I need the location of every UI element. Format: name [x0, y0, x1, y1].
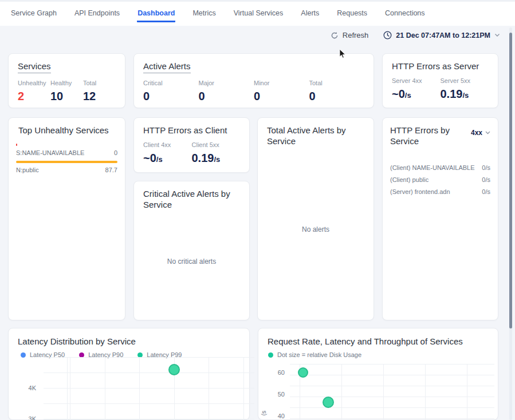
bar-item-label: N:public	[16, 167, 39, 173]
error-type-select[interactable]: 4xx	[471, 129, 490, 137]
stat-client-4xx: Client 4xx ~0/s	[143, 141, 192, 165]
active-alerts-card: Active Alerts Critical 0 Major 0 Minor 0…	[133, 53, 374, 108]
unhealthy-bar-item[interactable]: N:public 87.7	[16, 161, 117, 173]
dashboard-page: Service Graph API Endpoints Dashboard Me…	[0, 0, 515, 420]
tab-metrics[interactable]: Metrics	[192, 6, 216, 22]
mouse-cursor	[339, 49, 346, 61]
latency-dot-layer	[9, 328, 249, 419]
chevron-down-icon	[494, 33, 500, 37]
tab-service-graph[interactable]: Service Graph	[10, 6, 57, 22]
scatter-point[interactable]	[323, 397, 334, 408]
total-alerts-empty-message: No alerts	[267, 147, 364, 313]
unhealthy-count: 2	[18, 90, 50, 103]
http-errors-server-card: HTTP Errors as Server Server 4xx ~0/s Se…	[382, 53, 498, 108]
minor-count: 0	[254, 90, 309, 103]
stat-critical: Critical 0	[143, 80, 199, 103]
tab-requests[interactable]: Requests	[336, 6, 368, 22]
bar-item-label: S:NAME-UNAVAILABLE	[16, 149, 84, 156]
total-alerts-card: Total Active Alerts by Service No alerts	[257, 117, 374, 320]
http-errors-client-title: HTTP Errors as Client	[143, 125, 240, 135]
active-alerts-card-title: Active Alerts	[143, 61, 191, 73]
stat-client-5xx: Client 5xx 0.19/s	[192, 141, 241, 165]
bar-item-value: 87.7	[105, 167, 117, 173]
server-5xx-rate: 0.19/s	[441, 88, 489, 101]
service-error-row[interactable]: (Client) NAME-UNAVAILABLE 0/s	[390, 162, 490, 174]
chevron-down-icon	[485, 131, 490, 134]
stat-total-services: Total 12	[83, 80, 116, 103]
total-alerts-title: Total Active Alerts by Service	[267, 125, 364, 147]
scatter-point[interactable]	[168, 364, 180, 375]
toolbar: Refresh 21 Dec 07:47AM to 12:21PM	[331, 31, 500, 39]
tab-dashboard[interactable]: Dashboard	[137, 6, 175, 22]
stat-minor: Minor 0	[254, 80, 309, 103]
stat-total-alerts: Total 0	[309, 80, 365, 103]
service-error-row[interactable]: (Server) frontend.adn 0/s	[390, 186, 490, 198]
server-4xx-rate: ~0/s	[392, 88, 441, 101]
services-card: Services Unhealthy 2 Healthy 10 Total 12	[8, 53, 125, 108]
tab-virtual-services[interactable]: Virtual Services	[233, 6, 284, 22]
total-services-count: 12	[83, 90, 116, 103]
critical-alerts-empty-message: No critical alerts	[143, 211, 240, 313]
refresh-label: Refresh	[343, 31, 369, 39]
unhealthy-bar-item[interactable]: S:NAME-UNAVAILABLE 0	[16, 144, 117, 156]
time-range-label: 21 Dec 07:47AM to 12:21PM	[396, 31, 490, 39]
error-type-value: 4xx	[471, 129, 482, 137]
http-errors-by-service-title: HTTP Errors by Service	[390, 125, 459, 147]
http-errors-service-list: (Client) NAME-UNAVAILABLE 0/s (Client) p…	[390, 162, 490, 198]
refresh-icon	[331, 31, 339, 39]
tab-alerts[interactable]: Alerts	[300, 6, 320, 22]
top-unhealthy-title: Top Unhealthy Services	[16, 125, 117, 135]
services-card-title: Services	[18, 61, 51, 73]
http-errors-by-service-card: HTTP Errors by Service 4xx (Client) NAME…	[382, 117, 498, 320]
services-stats: Unhealthy 2 Healthy 10 Total 12	[18, 80, 116, 103]
http-errors-client-stats: Client 4xx ~0/s Client 5xx 0.19/s	[143, 141, 240, 165]
service-health-bar	[16, 144, 17, 146]
service-health-bar	[16, 161, 117, 163]
clock-icon	[383, 31, 392, 39]
stat-unhealthy: Unhealthy 2	[18, 80, 50, 103]
tab-api-endpoints[interactable]: API Endpoints	[74, 6, 120, 22]
top-unhealthy-services-card: Top Unhealthy Services S:NAME-UNAVAILABL…	[8, 117, 125, 320]
stat-major: Major 0	[199, 80, 254, 103]
bar-item-value: 0	[114, 149, 117, 156]
time-range-picker[interactable]: 21 Dec 07:47AM to 12:21PM	[383, 31, 500, 39]
service-error-row[interactable]: (Client) public 0/s	[390, 174, 490, 186]
active-alerts-stats: Critical 0 Major 0 Minor 0 Total 0	[143, 80, 364, 103]
tab-connections[interactable]: Connections	[384, 6, 426, 22]
stat-healthy: Healthy 10	[50, 80, 83, 103]
top-nav: Service Graph API Endpoints Dashboard Me…	[0, 0, 515, 26]
total-alerts-count: 0	[309, 90, 365, 103]
scatter-point[interactable]	[298, 367, 308, 378]
healthy-count: 10	[50, 90, 83, 103]
critical-count: 0	[143, 90, 199, 103]
client-4xx-rate: ~0/s	[143, 152, 192, 165]
scrollbar-thumb[interactable]	[509, 33, 512, 328]
http-errors-server-title: HTTP Errors as Server	[392, 61, 489, 71]
request-rate-card: Request Rate, Latency and Throughput of …	[258, 328, 498, 420]
critical-alerts-title: Critical Active Alerts by Service	[143, 189, 240, 211]
critical-alerts-card: Critical Active Alerts by Service No cri…	[133, 181, 250, 320]
client-5xx-rate: 0.19/s	[192, 152, 241, 165]
refresh-button[interactable]: Refresh	[331, 31, 369, 39]
major-count: 0	[199, 90, 254, 103]
http-errors-server-stats: Server 4xx ~0/s Server 5xx 0.19/s	[392, 77, 489, 101]
latency-distribution-card: Latency Distribution by Service Latency …	[8, 328, 250, 420]
http-errors-client-card: HTTP Errors as Client Client 4xx ~0/s Cl…	[133, 117, 250, 173]
stat-server-5xx: Server 5xx 0.19/s	[441, 77, 489, 101]
stat-server-4xx: Server 4xx ~0/s	[392, 77, 441, 101]
request-dot-layer	[258, 328, 498, 419]
